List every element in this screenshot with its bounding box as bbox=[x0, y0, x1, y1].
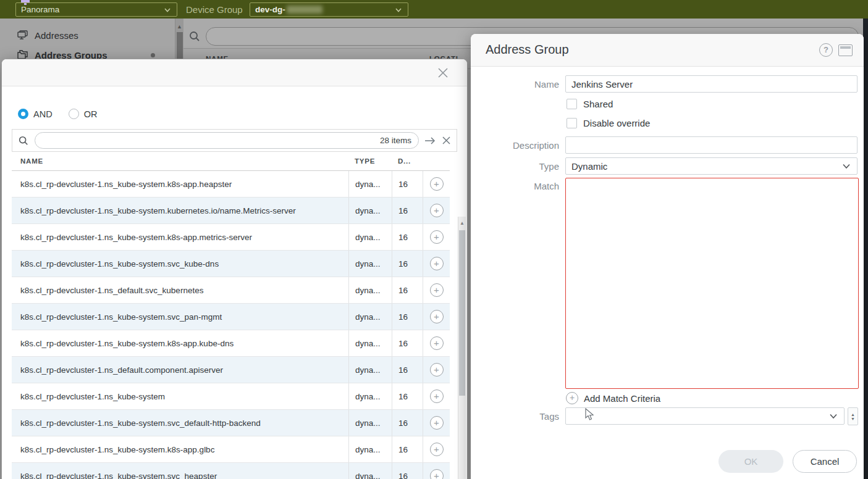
row-device-count: 16 bbox=[392, 463, 423, 479]
row-device-count: 16 bbox=[392, 304, 423, 330]
row-name: k8s.cl_rp-devcluster-1.ns_kube-system.k8… bbox=[12, 180, 348, 189]
stepper-down-icon[interactable]: ▼ bbox=[851, 417, 855, 421]
help-icon[interactable]: ? bbox=[819, 43, 833, 57]
shared-checkbox-row[interactable]: Shared bbox=[567, 99, 613, 109]
description-field[interactable] bbox=[565, 136, 857, 154]
disable-override-checkbox-row[interactable]: Disable override bbox=[567, 118, 650, 128]
plus-icon: + bbox=[566, 392, 578, 404]
table-row[interactable]: k8s.cl_rp-devcluster-1.ns_default.compon… bbox=[12, 357, 450, 383]
add-row-icon[interactable]: + bbox=[430, 310, 444, 323]
add-row-icon[interactable]: + bbox=[430, 389, 444, 403]
disable-override-checkbox[interactable] bbox=[567, 118, 577, 128]
close-icon[interactable] bbox=[436, 66, 450, 80]
clear-filter-icon[interactable] bbox=[442, 136, 451, 145]
row-name: k8s.cl_rp-devcluster-1.ns_kube-system.ku… bbox=[12, 206, 348, 215]
scrollbar-thumb[interactable] bbox=[459, 230, 465, 396]
device-group-label: Device Group bbox=[186, 4, 243, 15]
row-device-count: 16 bbox=[392, 383, 423, 409]
table-row[interactable]: k8s.cl_rp-devcluster-1.ns_kube-system.sv… bbox=[12, 410, 450, 436]
add-row-icon[interactable]: + bbox=[430, 257, 444, 270]
match-field[interactable] bbox=[565, 178, 859, 389]
add-row-icon[interactable]: + bbox=[430, 230, 444, 244]
match-criteria-picker-dialog: AND OR 28 items NAME TYPE D... k8s.cl_rp… bbox=[1, 59, 468, 479]
context-selector[interactable]: Panorama bbox=[15, 2, 177, 17]
table-row[interactable]: k8s.cl_rp-devcluster-1.ns_kube-system.k8… bbox=[12, 330, 450, 357]
row-name: k8s.cl_rp-devcluster-1.ns_kube-system.sv… bbox=[12, 419, 348, 428]
ok-button[interactable]: OK bbox=[718, 450, 783, 473]
operator-radio-group: AND OR bbox=[18, 109, 467, 119]
column-header-d[interactable]: D... bbox=[392, 157, 423, 165]
table-row[interactable]: k8s.cl_rp-devcluster-1.ns_kube-system.k8… bbox=[12, 436, 450, 463]
table-row[interactable]: k8s.cl_rp-devcluster-1.ns_kube-system.sv… bbox=[12, 304, 450, 330]
radio-or[interactable]: OR bbox=[69, 109, 98, 119]
device-group-value: dev-dg- bbox=[255, 5, 285, 14]
tags-label: Tags bbox=[479, 411, 559, 422]
table-row[interactable]: k8s.cl_rp-devcluster-1.ns_kube-system.k8… bbox=[12, 171, 450, 198]
row-type: dyna... bbox=[348, 330, 392, 356]
add-row-icon[interactable]: + bbox=[430, 416, 444, 430]
table-row[interactable]: k8s.cl_rp-devcluster-1.ns_kube-system.sv… bbox=[12, 463, 450, 479]
add-row-icon[interactable]: + bbox=[430, 283, 444, 297]
row-device-count: 16 bbox=[392, 171, 423, 197]
shared-checkbox[interactable] bbox=[567, 99, 577, 109]
row-name: k8s.cl_rp-devcluster-1.ns_default.svc_ku… bbox=[12, 286, 348, 295]
row-name: k8s.cl_rp-devcluster-1.ns_kube-system.k8… bbox=[12, 445, 348, 454]
description-label: Description bbox=[479, 140, 559, 151]
dialog-title: Address Group bbox=[486, 43, 569, 57]
row-type: dyna... bbox=[348, 171, 392, 197]
stepper-up-icon[interactable]: ▲ bbox=[851, 412, 855, 417]
type-label: Type bbox=[479, 161, 559, 172]
add-row-icon[interactable]: + bbox=[430, 443, 444, 456]
row-name: k8s.cl_rp-devcluster-1.ns_kube-system.sv… bbox=[12, 312, 348, 322]
table-scrollbar[interactable]: ▲ bbox=[458, 217, 466, 479]
column-header-type[interactable]: TYPE bbox=[348, 157, 392, 165]
radio-unselected-icon[interactable] bbox=[69, 109, 79, 119]
radio-or-label: OR bbox=[84, 109, 98, 119]
tags-stepper[interactable]: ▲▼ bbox=[848, 407, 858, 425]
row-name: k8s.cl_rp-devcluster-1.ns_kube-system.sv… bbox=[12, 259, 348, 269]
redacted-text bbox=[287, 6, 322, 14]
scroll-up-icon[interactable]: ▲ bbox=[460, 220, 465, 226]
row-type: dyna... bbox=[348, 224, 392, 250]
add-row-icon[interactable]: + bbox=[430, 363, 444, 377]
cancel-button[interactable]: Cancel bbox=[793, 450, 857, 473]
add-row-icon[interactable]: + bbox=[430, 469, 444, 479]
name-field[interactable]: Jenkins Server bbox=[565, 75, 857, 93]
column-header-name[interactable]: NAME bbox=[12, 157, 348, 165]
table-body: k8s.cl_rp-devcluster-1.ns_kube-system.k8… bbox=[12, 171, 450, 479]
type-select[interactable]: Dynamic bbox=[565, 157, 857, 175]
radio-selected-icon[interactable] bbox=[18, 109, 28, 119]
add-match-criteria-label: Add Match Criteria bbox=[584, 393, 660, 404]
search-input[interactable]: 28 items bbox=[35, 132, 419, 149]
apply-filter-icon[interactable] bbox=[424, 136, 436, 145]
row-device-count: 16 bbox=[392, 410, 423, 436]
row-type: dyna... bbox=[348, 251, 392, 277]
picker-dialog-header bbox=[2, 59, 467, 86]
search-icon bbox=[18, 135, 29, 146]
tags-field[interactable] bbox=[565, 407, 845, 425]
picker-search-bar: 28 items bbox=[12, 129, 457, 152]
table-row[interactable]: k8s.cl_rp-devcluster-1.ns_default.svc_ku… bbox=[12, 277, 450, 304]
table-row[interactable]: k8s.cl_rp-devcluster-1.ns_kube-system.ku… bbox=[12, 198, 450, 224]
table-header-row: NAME TYPE D... bbox=[12, 152, 450, 171]
shared-label: Shared bbox=[583, 99, 613, 109]
add-row-icon[interactable]: + bbox=[430, 177, 444, 191]
add-row-icon[interactable]: + bbox=[430, 336, 444, 350]
name-label: Name bbox=[479, 79, 559, 90]
table-row[interactable]: k8s.cl_rp-devcluster-1.ns_kube-system.sv… bbox=[12, 251, 450, 277]
row-name: k8s.cl_rp-devcluster-1.ns_kube-system.k8… bbox=[12, 339, 348, 348]
add-row-icon[interactable]: + bbox=[430, 204, 444, 217]
radio-and[interactable]: AND bbox=[18, 109, 53, 119]
table-row[interactable]: k8s.cl_rp-devcluster-1.ns_kube-system.k8… bbox=[12, 224, 450, 251]
match-label: Match bbox=[479, 181, 559, 191]
radio-and-label: AND bbox=[33, 109, 53, 119]
row-name: k8s.cl_rp-devcluster-1.ns_kube-system bbox=[12, 392, 348, 401]
address-objects-table: NAME TYPE D... k8s.cl_rp-devcluster-1.ns… bbox=[12, 152, 450, 479]
row-name: k8s.cl_rp-devcluster-1.ns_kube-system.sv… bbox=[12, 472, 348, 479]
table-row[interactable]: k8s.cl_rp-devcluster-1.ns_kube-systemdyn… bbox=[12, 383, 450, 410]
add-match-criteria-button[interactable]: + Add Match Criteria bbox=[566, 392, 660, 404]
window-dock-icon[interactable] bbox=[838, 44, 853, 56]
row-type: dyna... bbox=[348, 198, 392, 223]
device-group-selector[interactable]: dev-dg- bbox=[250, 2, 408, 17]
row-type: dyna... bbox=[348, 304, 392, 330]
